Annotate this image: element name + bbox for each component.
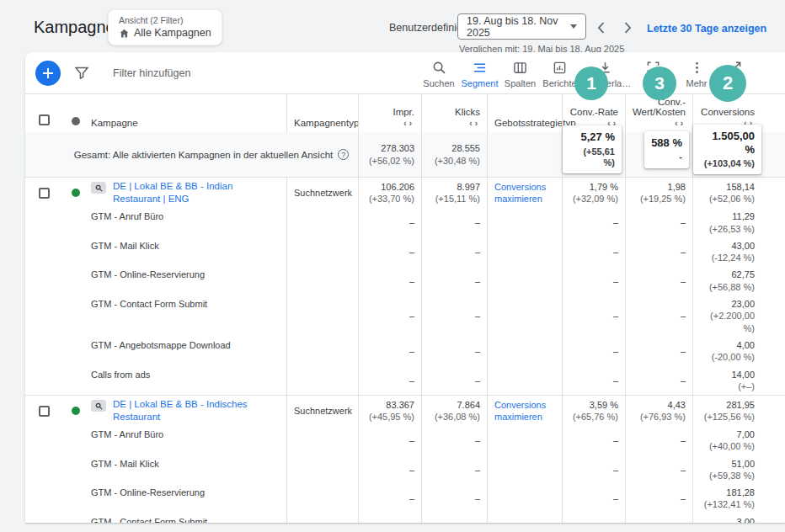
conv-value-cost: – bbox=[625, 426, 692, 455]
conv-value-cost: 4,43(+76,93 %) bbox=[625, 396, 692, 426]
totals-label: Gesamt: Alle aktivierten Kampagnen in de… bbox=[74, 150, 333, 160]
conv-value-cost: – bbox=[625, 455, 692, 485]
impressions: 106.206(+33,70 %) bbox=[358, 178, 421, 208]
last-30-days-link[interactable]: Letzte 30 Tage anzeigen bbox=[647, 23, 766, 35]
impressions: – bbox=[358, 337, 421, 366]
conversions: 23,00(+2.200,00 %) bbox=[692, 295, 785, 337]
search-icon bbox=[432, 61, 446, 75]
conv-rate: – bbox=[562, 513, 625, 523]
clicks: – bbox=[421, 337, 487, 366]
impressions: – bbox=[358, 366, 421, 396]
date-next-button[interactable] bbox=[618, 19, 637, 37]
date-range-select[interactable]: 19. Aug bis 18. Nov 2025 bbox=[457, 13, 586, 40]
segment-label: Calls from ads bbox=[91, 369, 150, 380]
conversions: 62,75(+56,88 %) bbox=[692, 266, 785, 295]
totals-conv-rate: 5,27 %(+55,61 %) bbox=[562, 132, 625, 177]
bid-strategy-link[interactable]: Conversions maximieren bbox=[494, 181, 555, 205]
conv-value-cost: – bbox=[625, 513, 692, 523]
conversions: 11,29(+26,53 %) bbox=[692, 208, 785, 237]
status-enabled-dot[interactable] bbox=[72, 189, 80, 197]
table-header-row: Kampagne Kampagnentyp Impr.‹› Klicks‹› G… bbox=[25, 94, 785, 132]
view-chip-value: Alle Kampagnen bbox=[134, 27, 211, 39]
campaign-row: DE | Lokal BE & BB - Indisches Restauran… bbox=[25, 395, 785, 426]
conv-value-cost: – bbox=[625, 337, 692, 366]
conversions: 3,00(+200,00 %) bbox=[692, 513, 785, 523]
campaign-type: Suchnetzwerk bbox=[286, 178, 358, 208]
conversions: 43,00(-12,24 %) bbox=[692, 237, 785, 267]
toolbar-button-segment[interactable]: Segment bbox=[459, 58, 500, 88]
view-chip[interactable]: Ansicht (2 Filter) Alle Kampagnen bbox=[108, 9, 222, 45]
search-campaign-type-icon bbox=[91, 182, 106, 194]
toolbar-button-spalten[interactable]: Spalten bbox=[500, 58, 540, 88]
clicks: – bbox=[421, 455, 487, 485]
add-filter-input[interactable]: Filter hinzufügen bbox=[113, 67, 190, 79]
add-campaign-button[interactable] bbox=[35, 61, 61, 86]
conv-value-cost: – bbox=[625, 237, 692, 267]
highlighted-metric-card: 588 %- bbox=[644, 131, 689, 168]
segment-row: GTM - Contact Form Submit––––3,00(+200,0… bbox=[25, 513, 785, 523]
annotation-circle-1: 1 bbox=[574, 66, 608, 100]
clicks: 8.997(+15,11 %) bbox=[421, 178, 487, 208]
filter-icon[interactable] bbox=[75, 66, 88, 79]
highlighted-metric-card: 5,27 %(+55,61 %) bbox=[563, 125, 622, 173]
help-icon[interactable]: ? bbox=[338, 149, 349, 160]
conv-value-cost: – bbox=[625, 266, 692, 295]
segment-label: GTM - Anruf Büro bbox=[91, 428, 163, 440]
campaign-link[interactable]: DE | Lokal BE & BB - Indisches Restauran… bbox=[113, 398, 280, 423]
toolbar-button-berichte[interactable]: Berichte bbox=[540, 58, 579, 88]
segment-label: GTM - Online-Reservierung bbox=[91, 269, 205, 280]
segment-label: GTM - Online-Reservierung bbox=[91, 487, 205, 498]
segment-label: GTM - Contact Form Submit bbox=[91, 516, 207, 523]
conv-value-cost: – bbox=[625, 295, 692, 337]
row-checkbox[interactable] bbox=[39, 188, 50, 199]
bid-strategy-link[interactable]: Conversions maximieren bbox=[494, 399, 555, 423]
conv-value-cost: – bbox=[625, 208, 692, 237]
compare-arrows-icon: ‹› bbox=[403, 119, 414, 128]
more-vertical-icon bbox=[690, 61, 704, 75]
conv-rate: – bbox=[562, 337, 625, 366]
clicks: – bbox=[421, 426, 487, 455]
highlighted-metric-card: 1.505,00 %(+103,04 %) bbox=[693, 125, 761, 174]
col-impressionen[interactable]: Impr.‹› bbox=[358, 94, 421, 132]
col-gebotsstrategietyp[interactable]: Gebotsstrategietyp bbox=[487, 94, 562, 132]
impressions: – bbox=[358, 426, 421, 455]
conv-rate: – bbox=[562, 484, 625, 513]
conv-rate: – bbox=[562, 455, 625, 485]
toolbar-button-suchen[interactable]: Suchen bbox=[419, 58, 459, 88]
clicks: 7.864(+36,08 %) bbox=[421, 396, 487, 426]
campaigns-table-card: Filter hinzufügen Suchen Segment Spalten bbox=[25, 52, 785, 523]
col-kampagne[interactable]: Kampagne bbox=[88, 94, 286, 132]
compare-arrows-icon: ‹› bbox=[675, 119, 686, 128]
impressions: 83.367(+45,95 %) bbox=[358, 396, 421, 426]
impressions: – bbox=[358, 237, 421, 267]
clicks: – bbox=[421, 266, 487, 295]
segment-row: GTM - Online-Reservierung––––62,75(+56,8… bbox=[25, 266, 785, 295]
conversions: 181,28(+132,41 %) bbox=[692, 484, 785, 513]
home-icon bbox=[119, 28, 130, 39]
date-prev-button[interactable] bbox=[591, 19, 610, 37]
status-enabled-dot[interactable] bbox=[72, 407, 80, 415]
select-all-checkbox[interactable] bbox=[39, 114, 50, 125]
search-campaign-type-icon bbox=[91, 400, 106, 412]
segment-label: GTM - Anruf Büro bbox=[91, 210, 163, 222]
row-checkbox[interactable] bbox=[39, 406, 50, 417]
conversions: 14,00(+–) bbox=[692, 366, 785, 396]
segment-row: GTM - Anruf Büro––––11,29(+26,53 %) bbox=[25, 208, 785, 237]
impressions: – bbox=[358, 484, 421, 513]
impressions: – bbox=[358, 295, 421, 337]
clicks: – bbox=[421, 295, 487, 337]
col-klicks[interactable]: Klicks‹› bbox=[421, 94, 487, 132]
totals-clicks: 28.555(+30,48 %) bbox=[421, 132, 487, 177]
conversions: 7,00(+40,00 %) bbox=[692, 426, 785, 455]
conv-rate: – bbox=[562, 237, 625, 267]
campaign-link[interactable]: DE | Lokal BE & BB - Indian Restaurant |… bbox=[113, 180, 280, 205]
segment-row: Calls from ads––––14,00(+–) bbox=[25, 366, 785, 396]
clicks: – bbox=[421, 366, 487, 396]
conv-rate: 1,79 %(+32,09 %) bbox=[562, 178, 625, 208]
totals-conversions: 1.505,00 %(+103,04 %) bbox=[692, 132, 785, 177]
conversions: 158,14(+52,06 %) bbox=[692, 178, 785, 208]
conversions: 4,00(-20,00 %) bbox=[692, 337, 785, 366]
col-kampagnentyp[interactable]: Kampagnentyp bbox=[286, 94, 358, 132]
status-column-dot[interactable] bbox=[72, 117, 80, 125]
totals-conv-value-cost: 588 %- bbox=[625, 132, 692, 177]
